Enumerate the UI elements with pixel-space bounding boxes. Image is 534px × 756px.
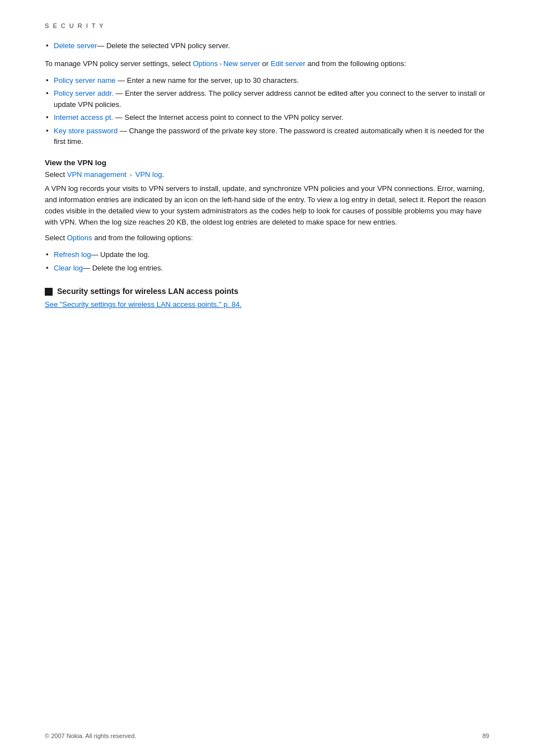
manage-intro-paragraph: To manage VPN policy server settings, se… bbox=[45, 58, 489, 69]
refresh-log-link[interactable]: Refresh log bbox=[54, 250, 91, 259]
manage-intro-text: To manage VPN policy server settings, se… bbox=[45, 59, 193, 68]
internet-access-item: Internet access pt. — Select the Interne… bbox=[45, 111, 489, 124]
clear-log-item: Clear log— Delete the log entries. bbox=[45, 262, 489, 275]
delete-server-text: — Delete the selected VPN policy server. bbox=[97, 41, 230, 50]
options-link-manage[interactable]: Options bbox=[193, 59, 218, 68]
nav-arrow: › bbox=[128, 171, 134, 178]
policy-options-list: Policy server name — Enter a new name fo… bbox=[45, 74, 489, 148]
delete-server-list: Delete server— Delete the selected VPN p… bbox=[45, 39, 489, 53]
vpn-log-link[interactable]: VPN log bbox=[135, 170, 162, 179]
key-store-link[interactable]: Key store password bbox=[54, 127, 118, 135]
see-security-link[interactable]: See "Security settings for wireless LAN … bbox=[45, 300, 242, 309]
policy-server-addr-link[interactable]: Policy server addr. bbox=[54, 89, 114, 97]
policy-server-addr-text: — Enter the server address. The policy s… bbox=[54, 89, 485, 109]
manage-end: and from the following options: bbox=[306, 59, 406, 68]
key-store-text: — Change the password of the private key… bbox=[54, 127, 484, 146]
policy-server-name-link[interactable]: Policy server name bbox=[54, 76, 116, 85]
policy-server-addr-item: Policy server addr. — Enter the server a… bbox=[45, 87, 489, 111]
manage-arrow: › bbox=[219, 60, 222, 67]
select-end: . bbox=[162, 170, 164, 179]
refresh-log-text: — Update the log. bbox=[91, 250, 149, 259]
manage-or: or bbox=[260, 59, 271, 68]
view-vpn-log-heading: View the VPN log bbox=[45, 158, 489, 167]
square-icon bbox=[45, 288, 53, 296]
footer-copyright: © 2007 Nokia. All rights reserved. bbox=[45, 732, 136, 739]
policy-server-name-text: — Enter a new name for the server, up to… bbox=[116, 76, 299, 85]
select-options-paragraph: Select Options and from the following op… bbox=[45, 232, 489, 244]
wireless-lan-section-block: Security settings for wireless LAN acces… bbox=[45, 287, 489, 296]
select-options-intro: Select bbox=[45, 234, 67, 242]
new-server-link[interactable]: New server bbox=[223, 59, 260, 68]
key-store-item: Key store password — Change the password… bbox=[45, 124, 489, 148]
delete-server-item: Delete server— Delete the selected VPN p… bbox=[45, 39, 489, 53]
refresh-log-item: Refresh log— Update the log. bbox=[45, 248, 489, 262]
policy-server-name-item: Policy server name — Enter a new name fo… bbox=[45, 74, 489, 87]
log-options-list: Refresh log— Update the log. Clear log— … bbox=[45, 248, 489, 274]
vpn-nav-path: Select VPN management › VPN log. bbox=[45, 170, 489, 179]
edit-server-link[interactable]: Edit server bbox=[270, 59, 305, 68]
page-footer: © 2007 Nokia. All rights reserved. 89 bbox=[45, 732, 489, 739]
select-intro-text: Select bbox=[45, 170, 67, 179]
vpn-management-link[interactable]: VPN management bbox=[67, 170, 127, 179]
select-options-end: and from the following options: bbox=[92, 234, 193, 242]
footer-page-number: 89 bbox=[483, 732, 489, 739]
clear-log-link[interactable]: Clear log bbox=[54, 264, 83, 272]
page-container: S e c u r i t y Delete server— Delete th… bbox=[0, 0, 534, 756]
clear-log-text: — Delete the log entries. bbox=[83, 264, 163, 272]
wireless-lan-heading: Security settings for wireless LAN acces… bbox=[57, 287, 238, 296]
options-link-log[interactable]: Options bbox=[67, 234, 92, 242]
vpn-log-description: A VPN log records your visits to VPN ser… bbox=[45, 183, 489, 228]
section-label: S e c u r i t y bbox=[45, 22, 489, 29]
internet-access-text: — Select the Internet access point to co… bbox=[113, 113, 343, 122]
internet-access-link[interactable]: Internet access pt. bbox=[54, 113, 113, 122]
delete-server-link[interactable]: Delete server bbox=[54, 41, 97, 50]
see-link-paragraph: See "Security settings for wireless LAN … bbox=[45, 300, 489, 309]
